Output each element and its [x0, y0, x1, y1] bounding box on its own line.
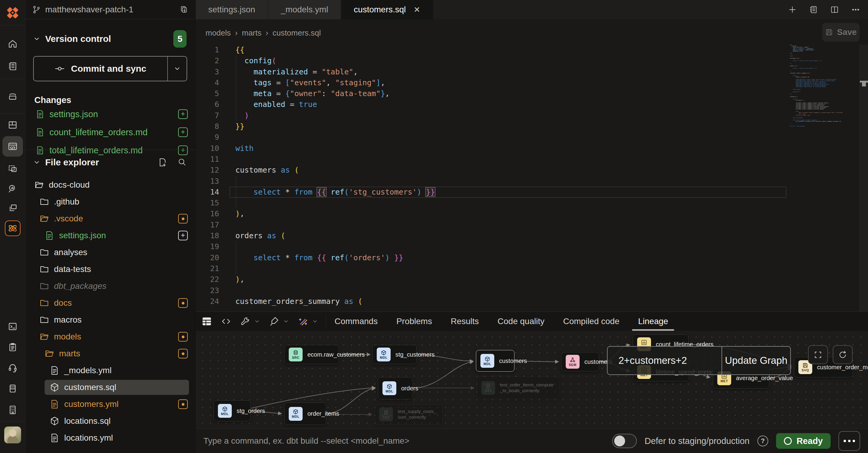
code-line-1[interactable]: 1{{	[195, 44, 787, 56]
dbt-assist-icon[interactable]	[298, 316, 308, 326]
panel-tab-problems[interactable]: Problems	[396, 312, 432, 331]
file-tree-item-data-tests[interactable]: data-tests	[25, 261, 195, 278]
lineage-node-test-order-items[interactable]: TSTtest_order_items_compute_to_bools_cor…	[477, 377, 560, 399]
split-editor-icon[interactable]	[830, 5, 839, 14]
defer-toggle[interactable]	[612, 434, 637, 448]
terminal-icon[interactable]	[6, 320, 19, 333]
search-icon[interactable]	[178, 158, 187, 167]
lineage-canvas[interactable]: SRCecom.raw_customersMDLstg_customersMDL…	[195, 331, 868, 429]
lineage-node-stg-orders[interactable]: MDLstg_orders	[213, 400, 251, 421]
lineage-node-ecom-raw-customers[interactable]: SRCecom.raw_customers	[284, 345, 339, 364]
chevron-down-icon[interactable]	[312, 318, 318, 324]
code-line-15[interactable]: 15	[195, 198, 787, 208]
commit-and-sync-button[interactable]: Commit and sync	[33, 56, 187, 81]
preview-table-icon[interactable]	[202, 316, 212, 326]
code-line-11[interactable]: 11	[195, 154, 787, 165]
windows-icon[interactable]	[6, 201, 19, 215]
chevron-down-icon[interactable]	[33, 159, 40, 166]
code-line-20[interactable]: 20 select * from {{ ref('orders') }}	[195, 252, 787, 263]
build-icon[interactable]	[240, 316, 250, 326]
code-line-14[interactable]: 14 select * from {{ ref('stg_customers')…	[195, 187, 787, 198]
code-line-21[interactable]: 21	[195, 263, 787, 274]
file-tree-item-locations-sql[interactable]: locations.sql	[25, 413, 195, 429]
new-file-icon[interactable]	[158, 158, 167, 167]
commit-options-dropdown[interactable]	[168, 57, 187, 81]
dbt-power-user-icon[interactable]	[5, 221, 21, 236]
file-tree-item-dbt-packages[interactable]: dbt_packages	[25, 278, 195, 295]
lineage-refresh-button[interactable]	[833, 345, 852, 364]
scrollbar-thumb[interactable]	[860, 81, 868, 83]
query-search-icon[interactable]	[6, 182, 19, 195]
tab--models-yml[interactable]: _models.yml	[268, 0, 341, 19]
breadcrumb[interactable]: models › marts › customers.sql	[206, 28, 321, 38]
code-line-18[interactable]: 18orders as (	[195, 230, 787, 241]
breadcrumb-marts[interactable]: marts	[242, 28, 261, 38]
code-line-24[interactable]: 24customer_orders_summary as (	[195, 296, 787, 307]
changed-file-row[interactable]: settings.json	[36, 105, 188, 123]
lineage-node-customers-model[interactable]: MDLcustomers	[476, 350, 515, 372]
code-line-17[interactable]: 17	[195, 220, 787, 230]
capture-icon[interactable]	[6, 162, 19, 175]
copy-icon[interactable]	[179, 5, 188, 14]
more-actions-icon[interactable]	[851, 5, 860, 14]
notebook-icon[interactable]	[809, 5, 818, 14]
code-line-23[interactable]: 23	[195, 285, 787, 296]
branch-row[interactable]: matthewshaver-patch-1	[25, 0, 195, 19]
changed-file-row[interactable]: count_lifetime_orders.md	[36, 123, 188, 141]
code-line-22[interactable]: 22),	[195, 274, 787, 285]
file-tree-item-models[interactable]: models	[25, 328, 195, 345]
breadcrumb-models[interactable]: models	[206, 28, 231, 38]
status-badge[interactable]: Ready	[776, 433, 831, 449]
help-icon[interactable]: ?	[757, 435, 768, 446]
editor-scrollbar[interactable]	[860, 44, 868, 312]
lineage-node-orders[interactable]: MDLorders	[378, 377, 413, 399]
code-line-19[interactable]: 19	[195, 241, 787, 252]
panel-tab-lineage[interactable]: Lineage	[638, 312, 668, 331]
code-line-2[interactable]: 2 config(	[195, 56, 787, 66]
code-line-16[interactable]: 16),	[195, 208, 787, 219]
lineage-node-stg-customers[interactable]: MDLstg_customers	[372, 345, 417, 364]
lineage-fullscreen-button[interactable]	[808, 345, 828, 364]
tab-customers-sql[interactable]: customers.sql✕	[341, 0, 433, 19]
file-tree-item--models-yml[interactable]: _models.yml	[25, 362, 195, 379]
code-line-6[interactable]: 6 enabled = true	[195, 99, 787, 110]
minimap[interactable]: {{ config( materialized = "table", tags …	[790, 44, 859, 213]
code-line-10[interactable]: 10with	[195, 143, 787, 154]
update-graph-button[interactable]: Update Graph	[722, 347, 790, 375]
home-icon[interactable]	[6, 37, 19, 51]
lineage-node-order-items[interactable]: MDLorder_items	[284, 402, 327, 425]
lineage-node-customers-semantic[interactable]: SEMcustomers	[561, 352, 599, 371]
user-avatar[interactable]	[4, 426, 21, 443]
file-tree-item-marts[interactable]: marts	[25, 345, 195, 362]
database-icon[interactable]	[6, 382, 19, 395]
file-tree-item-locations-yml[interactable]: locations.yml	[25, 429, 195, 446]
chevron-down-icon[interactable]	[33, 35, 40, 42]
code-line-8[interactable]: 8}}	[195, 121, 787, 132]
tab-settings-json[interactable]: settings.json	[195, 0, 268, 19]
file-tree-item-macros[interactable]: macros	[25, 312, 195, 328]
file-tree-item-settings-json[interactable]: settings.json	[25, 227, 195, 244]
file-tree-item-customers-yml[interactable]: customers.yml	[25, 396, 195, 413]
stage-file-badge[interactable]	[178, 127, 188, 137]
clipboard-icon[interactable]	[6, 341, 19, 354]
panel-tab-compiled-code[interactable]: Compiled code	[563, 312, 619, 331]
format-icon[interactable]	[269, 316, 279, 326]
dashboard-icon[interactable]	[6, 118, 19, 132]
code-line-5[interactable]: 5 meta = {"owner": "data-team"},	[195, 88, 787, 99]
save-button[interactable]: Save	[822, 23, 860, 41]
breadcrumb-file[interactable]: customers.sql	[273, 28, 321, 38]
panel-tab-code-quality[interactable]: Code quality	[498, 312, 545, 331]
file-tree-item-docs-cloud[interactable]: docs-cloud	[25, 176, 195, 193]
file-tree-item-customers-sql[interactable]: customers.sql	[25, 379, 195, 396]
archive-icon[interactable]	[6, 90, 19, 103]
code-line-7[interactable]: 7 )	[195, 110, 787, 121]
stage-file-badge[interactable]	[178, 109, 188, 119]
organization-icon[interactable]	[6, 403, 19, 417]
panel-tab-commands[interactable]: Commands	[335, 312, 378, 331]
code-editor-icon[interactable]	[2, 136, 23, 157]
code-content[interactable]: 1{{2 config(3 materialized = "table",4 t…	[195, 44, 787, 307]
file-tree-item-analyses[interactable]: analyses	[25, 244, 195, 261]
chevron-down-icon[interactable]	[254, 318, 260, 324]
close-tab-icon[interactable]: ✕	[414, 5, 421, 14]
docs-icon[interactable]	[6, 60, 19, 73]
